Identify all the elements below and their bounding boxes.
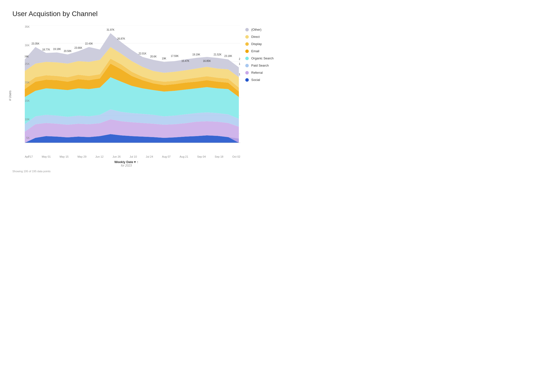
chart-container: # Users 35K 30K 25K 20K 15K 10K 5K 0 xyxy=(12,25,266,173)
legend-dot xyxy=(245,49,249,53)
legend-label: Direct xyxy=(251,35,260,39)
label-sep04: 21.52K xyxy=(214,53,222,56)
label-sep18b: 21.6K xyxy=(239,58,240,60)
label-sep18: 23.18K xyxy=(224,55,232,57)
label-may15b: 20.58K xyxy=(64,50,72,52)
legend-item-referral: Referral xyxy=(245,71,278,74)
label-jul24: 17.59K xyxy=(171,55,179,57)
legend-dot xyxy=(245,78,249,82)
legend-label: Paid Search xyxy=(251,64,269,67)
legend-item-organic-search: Organic Search xyxy=(245,56,278,60)
label-jul24b: 15.47K xyxy=(181,60,189,62)
chart-title: User Acquistion by Channel xyxy=(12,10,266,18)
label-may01b: 18.77K xyxy=(42,48,50,51)
legend-item-paid-search: Paid Search xyxy=(245,64,278,67)
label-jul10: 19K xyxy=(162,57,166,60)
label-may29b: 22.43K xyxy=(85,42,93,45)
legend-dot xyxy=(245,42,249,46)
label-oct02a: 17.07K xyxy=(239,63,240,65)
legend-label: Email xyxy=(251,49,259,53)
legend-item-social: Social xyxy=(245,78,278,82)
label-aug07: 19.19K xyxy=(192,53,200,56)
y-axis-label: # Users xyxy=(8,91,12,101)
x-axis-title[interactable]: Weekly Date ▾ ↑ xyxy=(12,160,240,164)
x-axis-subtitle: for 2023 xyxy=(12,164,240,167)
legend-dot xyxy=(245,57,249,60)
legend-item-display: Display xyxy=(245,42,278,46)
label-jun12b: 26.87K xyxy=(117,37,125,40)
label-jun26b: 20.6K xyxy=(150,55,157,58)
footer-note: Showing 195 of 195 data points xyxy=(12,170,240,173)
chart-area: # Users 35K 30K 25K 20K 15K 10K 5K 0 xyxy=(12,25,240,173)
label-may01: 23.35K xyxy=(31,42,39,45)
label-oct02b: 11.12K xyxy=(239,73,240,76)
legend-dot xyxy=(245,71,249,74)
area-chart: 17.24K 23.35K 18.77K 19.18K 20.58K 23.66… xyxy=(25,25,240,154)
label-aug21: 16.85K xyxy=(203,60,211,62)
legend-label: (Other) xyxy=(251,28,261,31)
legend-label: Social xyxy=(251,78,260,82)
legend-item--other-: (Other) xyxy=(245,28,278,31)
x-axis-labels: Apr 17 May 01 May 15 May 29 Jun 12 Jun 2… xyxy=(25,155,240,158)
legend-dot xyxy=(245,64,249,67)
legend-label: Display xyxy=(251,42,262,46)
legend: (Other)DirectDisplayEmailOrganic SearchP… xyxy=(245,25,278,173)
legend-item-email: Email xyxy=(245,49,278,53)
label-jun26: 22.01K xyxy=(139,52,146,55)
label-may15: 19.18K xyxy=(53,48,61,50)
legend-label: Organic Search xyxy=(251,56,274,60)
legend-dot xyxy=(245,35,249,39)
y-axis: 35K 30K 25K 20K 15K 10K 5K 0 xyxy=(25,25,30,158)
label-jun12: 31.97K xyxy=(107,28,114,31)
label-may29: 23.66K xyxy=(74,47,82,49)
legend-label: Referral xyxy=(251,71,263,74)
legend-item-direct: Direct xyxy=(245,35,278,39)
legend-dot xyxy=(245,28,249,31)
